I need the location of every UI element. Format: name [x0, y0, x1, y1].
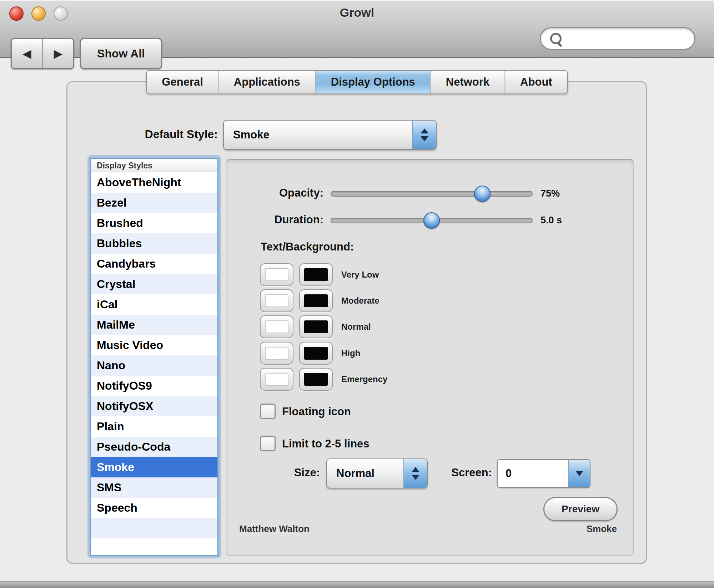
- default-style-popup[interactable]: Smoke: [223, 120, 437, 150]
- floating-icon-checkbox-label: Floating icon: [282, 404, 351, 420]
- style-item-notifyosx[interactable]: NotifyOSX: [91, 396, 217, 416]
- text-color-swatch: [265, 347, 288, 360]
- show-all-button[interactable]: Show All: [80, 38, 162, 69]
- right-arrow-icon: ▶: [54, 47, 62, 60]
- title-bar: Growl ◀ ▶ Show All: [0, 0, 714, 58]
- style-item-crystal[interactable]: Crystal: [91, 274, 217, 294]
- text-color-swatch: [265, 373, 288, 386]
- down-arrow-icon: [421, 136, 428, 141]
- text-color-swatch: [265, 320, 288, 333]
- screen-label: Screen:: [421, 466, 492, 479]
- limit-lines-checkbox[interactable]: [260, 436, 276, 451]
- up-arrow-icon: [421, 128, 428, 133]
- text-color-well[interactable]: [260, 342, 293, 365]
- tab-display-options[interactable]: Display Options: [315, 71, 430, 93]
- forward-button[interactable]: ▶: [42, 39, 74, 68]
- style-item-abovethenight[interactable]: AboveTheNight: [91, 172, 217, 193]
- default-style-popup-value: Smoke: [224, 121, 412, 149]
- text-color-well[interactable]: [260, 263, 293, 286]
- opacity-slider-thumb[interactable]: [474, 186, 491, 202]
- window-bottom-edge: [0, 581, 714, 588]
- text-color-well[interactable]: [260, 368, 293, 391]
- priority-label: High: [341, 342, 360, 365]
- left-arrow-icon: ◀: [22, 47, 31, 60]
- down-arrow-icon: [412, 475, 419, 480]
- search-field-container: [540, 27, 695, 50]
- text-background-row: High: [260, 342, 581, 365]
- duration-value: 5.0 s: [540, 215, 562, 226]
- search-input[interactable]: [567, 32, 697, 45]
- style-item-ical[interactable]: iCal: [91, 294, 217, 315]
- style-item-notifyos9[interactable]: NotifyOS9: [91, 376, 217, 396]
- display-styles-list-header: Display Styles: [91, 159, 217, 172]
- style-item-music-video[interactable]: Music Video: [91, 335, 217, 355]
- background-color-swatch: [304, 347, 328, 360]
- background-color-swatch: [304, 268, 328, 281]
- size-popup-value: Normal: [327, 459, 403, 488]
- tab-bar: GeneralApplicationsDisplay OptionsNetwor…: [146, 70, 568, 94]
- style-item-bezel[interactable]: Bezel: [91, 193, 217, 213]
- background-color-well[interactable]: [299, 263, 333, 286]
- priority-label: Moderate: [341, 289, 379, 312]
- background-color-well[interactable]: [299, 368, 333, 391]
- text-background-row: Very Low: [260, 263, 581, 286]
- screen-combo-box[interactable]: 0: [497, 459, 590, 488]
- size-popup[interactable]: Normal: [326, 458, 428, 488]
- style-item-speech[interactable]: Speech: [91, 498, 217, 518]
- style-author-label: Matthew Walton: [239, 523, 310, 534]
- style-item-sms[interactable]: SMS: [91, 477, 217, 498]
- size-label: Size:: [248, 466, 320, 479]
- default-style-label: Default Style:: [89, 128, 218, 141]
- background-color-swatch: [304, 373, 328, 386]
- floating-icon-row: Floating icon: [260, 404, 581, 420]
- limit-lines-row: Limit to 2-5 lines: [260, 436, 581, 452]
- tab-network[interactable]: Network: [430, 71, 504, 93]
- text-background-row: Emergency: [260, 368, 581, 391]
- history-navigation: ◀ ▶: [11, 38, 74, 69]
- style-item-candybars[interactable]: Candybars: [91, 254, 217, 274]
- display-options-panel: Opacity: 75% Duration: 5.0 s Text/Backgr…: [226, 159, 634, 556]
- style-item-pseudo-coda[interactable]: Pseudo-Coda: [91, 437, 217, 457]
- text-color-well[interactable]: [260, 315, 293, 338]
- window-title: Growl: [0, 6, 714, 20]
- style-item-smoke[interactable]: Smoke: [91, 457, 217, 477]
- preview-button[interactable]: Preview: [543, 497, 618, 521]
- duration-slider-thumb[interactable]: [423, 212, 440, 229]
- growl-preferences-window: Growl ◀ ▶ Show All GeneralApplicationsDi…: [0, 0, 714, 588]
- display-styles-list: Display Styles AboveTheNightBezelBrushed…: [90, 158, 218, 556]
- opacity-value: 75%: [540, 188, 560, 199]
- screen-combo-button[interactable]: [568, 460, 590, 487]
- opacity-label: Opacity:: [226, 187, 323, 199]
- back-button[interactable]: ◀: [12, 39, 42, 68]
- text-background-label: Text/Background:: [261, 240, 354, 253]
- background-color-well[interactable]: [299, 289, 333, 312]
- up-down-stepper-icon: [412, 121, 436, 149]
- text-color-swatch: [265, 294, 288, 307]
- screen-combo-value: 0: [498, 460, 568, 487]
- tab-about[interactable]: About: [504, 71, 567, 93]
- style-item-plain[interactable]: Plain: [91, 416, 217, 437]
- background-color-well[interactable]: [299, 342, 333, 365]
- background-color-swatch: [304, 320, 328, 333]
- style-list-blank-row: [91, 518, 217, 538]
- priority-label: Emergency: [341, 368, 387, 391]
- priority-label: Normal: [341, 315, 371, 338]
- style-list-blank-row: [91, 538, 217, 556]
- background-color-swatch: [304, 294, 328, 307]
- style-item-mailme[interactable]: MailMe: [91, 315, 217, 335]
- style-list-rows: AboveTheNightBezelBrushedBubblesCandybar…: [91, 172, 217, 556]
- current-style-label: Smoke: [587, 523, 617, 534]
- down-arrow-icon: [575, 471, 583, 476]
- tab-applications[interactable]: Applications: [218, 71, 315, 93]
- style-item-brushed[interactable]: Brushed: [91, 213, 217, 233]
- duration-label: Duration:: [226, 213, 323, 226]
- text-color-swatch: [265, 268, 288, 281]
- limit-lines-checkbox-label: Limit to 2-5 lines: [282, 436, 369, 452]
- style-item-bubbles[interactable]: Bubbles: [91, 233, 217, 254]
- opacity-slider-track[interactable]: [331, 191, 533, 197]
- style-item-nano[interactable]: Nano: [91, 355, 217, 376]
- tab-general[interactable]: General: [147, 71, 218, 93]
- background-color-well[interactable]: [299, 315, 333, 338]
- text-color-well[interactable]: [260, 289, 293, 312]
- floating-icon-checkbox[interactable]: [260, 404, 276, 419]
